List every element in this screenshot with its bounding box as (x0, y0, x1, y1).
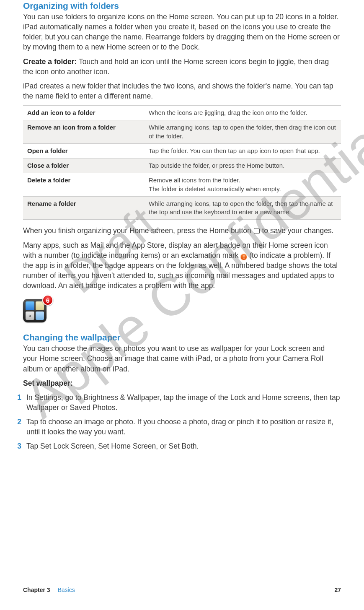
table-desc: When the icons are jiggling, drag the ic… (145, 106, 341, 120)
table-action: Close a folder (23, 158, 145, 173)
list-item: 2Tap to choose an image or photo. If you… (15, 417, 341, 437)
para-wallpaper-intro: You can choose the images or photos you … (23, 343, 341, 374)
table-desc: While arranging icons, tap to open the f… (145, 196, 341, 220)
text-finish-b: to save your changes. (260, 226, 334, 235)
page-number: 27 (334, 587, 341, 593)
table-desc: Remove all icons from the folder. The fo… (145, 173, 341, 197)
para-folders-intro: You can use folders to organize icons on… (23, 12, 341, 52)
step-text: In Settings, go to Brightness & Wallpape… (26, 392, 341, 413)
heading-organizing-folders: Organizing with folders (23, 1, 341, 11)
para-alert-badge: Many apps, such as Mail and the App Stor… (23, 240, 341, 291)
list-item: 3Tap Set Lock Screen, Set Home Screen, o… (15, 441, 341, 451)
folder-badge-illustration: 6 (23, 295, 52, 323)
table-action: Rename a folder (23, 196, 145, 220)
table-row: Open a folderTap the folder. You can the… (23, 143, 341, 158)
lead-set-wallpaper: Set wallpaper: (23, 378, 341, 388)
mini-app-icon (26, 301, 34, 310)
step-number: 1 (15, 392, 21, 413)
para-create-folder: Create a folder: Touch and hold an icon … (23, 57, 341, 77)
para-folder-name-hint: iPad creates a new folder that includes … (23, 81, 341, 101)
home-button-icon (254, 228, 260, 234)
table-action: Delete a folder (23, 173, 145, 197)
folder-actions-table: Add an icon to a folderWhen the icons ar… (23, 105, 341, 220)
steps-set-wallpaper: 1In Settings, go to Brightness & Wallpap… (23, 392, 341, 452)
exclamation-badge-icon: ! (240, 254, 247, 260)
table-action: Open a folder (23, 143, 145, 158)
badge-count: 6 (42, 295, 53, 306)
step-text: Tap Set Lock Screen, Set Home Screen, or… (26, 441, 199, 451)
table-action: Remove an icon from a folder (23, 120, 145, 144)
footer-left: Chapter 3 Basics (23, 587, 75, 593)
table-desc: Tap the folder. You can then tap an app … (145, 143, 341, 158)
step-number: 2 (15, 417, 21, 437)
table-row: Delete a folderRemove all icons from the… (23, 173, 341, 197)
heading-changing-wallpaper: Changing the wallpaper (23, 332, 341, 343)
chapter-label: Chapter 3 (23, 587, 50, 593)
mini-app-icon (26, 311, 34, 320)
lead-create-folder: Create a folder: (23, 57, 77, 66)
table-row: Rename a folderWhile arranging icons, ta… (23, 196, 341, 220)
step-number: 3 (15, 441, 21, 451)
table-action: Add an icon to a folder (23, 106, 145, 120)
step-text: Tap to choose an image or photo. If you … (26, 417, 341, 437)
para-finish-organizing: When you finish organizing your Home scr… (23, 226, 341, 236)
table-desc: Tap outside the folder, or press the Hom… (145, 158, 341, 173)
table-desc: While arranging icons, tap to open the f… (145, 120, 341, 144)
list-item: 1In Settings, go to Brightness & Wallpap… (15, 392, 341, 413)
table-row: Add an icon to a folderWhen the icons ar… (23, 106, 341, 120)
table-row: Remove an icon from a folderWhile arrang… (23, 120, 341, 144)
page-content: Draft Apple Confidential Organizing with… (0, 1, 364, 452)
chapter-name: Basics (57, 587, 75, 593)
page-footer: Chapter 3 Basics 27 (23, 587, 341, 593)
table-row: Close a folderTap outside the folder, or… (23, 158, 341, 173)
text-finish-a: When you finish organizing your Home scr… (23, 226, 253, 235)
mini-app-icon (36, 311, 44, 320)
